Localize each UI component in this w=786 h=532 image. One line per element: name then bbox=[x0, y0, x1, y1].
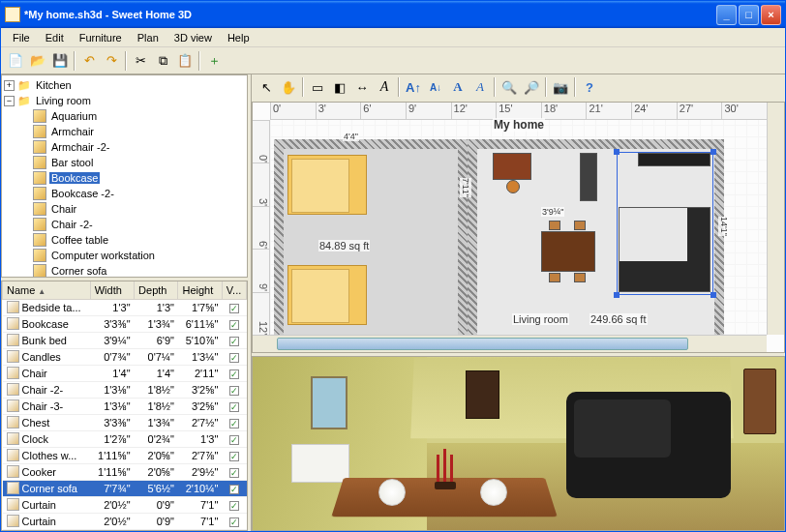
menu-help[interactable]: Help bbox=[220, 30, 257, 45]
cell-visible[interactable]: ✓ bbox=[222, 349, 246, 366]
checkbox-icon[interactable]: ✓ bbox=[229, 468, 239, 478]
table-row[interactable]: Corner sofa7'7¾"5'6½"2'10¼"✓ bbox=[3, 481, 247, 497]
pan-tool[interactable]: ✋ bbox=[278, 76, 299, 98]
plan-scrollbar-h[interactable] bbox=[253, 335, 767, 352]
tree-item[interactable]: Chair bbox=[4, 201, 245, 217]
select-tool[interactable]: ↖ bbox=[256, 76, 277, 98]
selection-handle[interactable] bbox=[614, 149, 620, 155]
bed-1[interactable] bbox=[287, 155, 367, 215]
help-button[interactable]: ? bbox=[579, 76, 600, 98]
col-name[interactable]: Name▲ bbox=[3, 281, 91, 299]
tree-item[interactable]: Armchair -2- bbox=[4, 139, 245, 155]
table-row[interactable]: Curtain2'0½"0'9"7'1"✓ bbox=[3, 497, 247, 514]
chair-s1[interactable] bbox=[549, 273, 560, 282]
cell-visible[interactable]: ✓ bbox=[222, 431, 246, 448]
table-row[interactable]: Chair -3-1'3⅛"1'8½"3'2⅝"✓ bbox=[3, 399, 247, 415]
checkbox-icon[interactable]: ✓ bbox=[229, 419, 239, 429]
desk[interactable] bbox=[493, 153, 531, 180]
cell-visible[interactable]: ✓ bbox=[222, 514, 246, 530]
tree-item[interactable]: Armchair bbox=[4, 124, 245, 139]
col-height[interactable]: Height bbox=[178, 281, 222, 299]
selection-handle[interactable] bbox=[614, 292, 620, 298]
3d-view[interactable] bbox=[252, 356, 785, 531]
plan-scrollbar-v[interactable] bbox=[767, 103, 784, 335]
checkbox-icon[interactable]: ✓ bbox=[229, 369, 239, 379]
tree-item[interactable]: Coffee table bbox=[4, 232, 245, 248]
table-row[interactable]: Chest3'3⅜"1'3¾"2'7½"✓ bbox=[3, 415, 247, 431]
create-dimensions-tool[interactable]: ↔ bbox=[351, 76, 373, 98]
table-row[interactable]: Clock1'2⅞"0'2¾"1'3"✓ bbox=[3, 431, 247, 448]
checkbox-icon[interactable]: ✓ bbox=[229, 353, 239, 363]
text-italic-button[interactable]: A bbox=[469, 76, 491, 98]
tree-item[interactable]: Chair -2- bbox=[4, 217, 245, 232]
checkbox-icon[interactable]: ✓ bbox=[229, 452, 239, 461]
zoom-out-button[interactable]: 🔎 bbox=[521, 76, 542, 98]
checkbox-icon[interactable]: ✓ bbox=[229, 485, 239, 494]
tree-item[interactable]: Bar stool bbox=[4, 155, 245, 170]
close-button[interactable]: × bbox=[761, 5, 781, 25]
photo-button[interactable]: 📷 bbox=[550, 76, 571, 98]
menu-furniture[interactable]: Furniture bbox=[72, 30, 130, 45]
tree-item[interactable]: Bookcase bbox=[4, 170, 245, 186]
copy-button[interactable]: ⧉ bbox=[152, 50, 173, 72]
cell-visible[interactable]: ✓ bbox=[222, 316, 246, 333]
paste-button[interactable]: 📋 bbox=[174, 50, 196, 72]
cell-visible[interactable]: ✓ bbox=[222, 415, 246, 431]
tree-item[interactable]: Aquarium bbox=[4, 108, 245, 124]
text-bigger-button[interactable]: A↑ bbox=[403, 76, 424, 98]
cell-visible[interactable]: ✓ bbox=[222, 333, 246, 349]
tree-category[interactable]: +📁Kitchen bbox=[4, 77, 245, 93]
maximize-button[interactable]: □ bbox=[739, 5, 759, 25]
table-row[interactable]: Curtain2'0½"0'9"7'1"✓ bbox=[3, 514, 247, 530]
furniture-catalog-tree[interactable]: +📁Kitchen−📁Living roomAquariumArmchairAr… bbox=[1, 74, 248, 278]
checkbox-icon[interactable]: ✓ bbox=[229, 501, 239, 511]
minimize-button[interactable]: _ bbox=[716, 5, 737, 25]
col-depth[interactable]: Depth bbox=[135, 281, 178, 299]
table-row[interactable]: Bookcase3'3⅜"1'3¾"6'11⅛"✓ bbox=[3, 316, 247, 333]
tree-item[interactable]: Corner sofa bbox=[4, 263, 245, 278]
plan-canvas[interactable]: My home bbox=[270, 120, 767, 335]
table-row[interactable]: Bunk bed3'9¼"6'9"5'10⅞"✓ bbox=[3, 333, 247, 349]
scrollbar-thumb[interactable] bbox=[277, 338, 688, 350]
selection-handle[interactable] bbox=[710, 292, 716, 298]
new-button[interactable]: 📄 bbox=[5, 50, 26, 72]
table-row[interactable]: Bedside ta...1'3"1'3"1'7⅝"✓ bbox=[3, 299, 247, 316]
desk-chair[interactable] bbox=[506, 180, 520, 193]
cell-visible[interactable]: ✓ bbox=[222, 448, 246, 464]
tree-item[interactable]: Bookcase -2- bbox=[4, 186, 245, 201]
tree-item[interactable]: Computer workstation bbox=[4, 248, 245, 263]
checkbox-icon[interactable]: ✓ bbox=[229, 402, 239, 412]
checkbox-icon[interactable]: ✓ bbox=[229, 386, 239, 396]
tree-toggle-icon[interactable]: + bbox=[4, 80, 15, 91]
menu-edit[interactable]: Edit bbox=[38, 30, 72, 45]
create-text-tool[interactable]: A bbox=[374, 76, 395, 98]
cut-button[interactable]: ✂ bbox=[130, 50, 151, 72]
checkbox-icon[interactable]: ✓ bbox=[229, 337, 239, 346]
redo-button[interactable]: ↷ bbox=[101, 50, 122, 72]
menu-plan[interactable]: Plan bbox=[130, 30, 166, 45]
cell-visible[interactable]: ✓ bbox=[222, 464, 246, 481]
text-smaller-button[interactable]: A↓ bbox=[425, 76, 446, 98]
selection-handle[interactable] bbox=[710, 149, 716, 155]
chair-n1[interactable] bbox=[549, 221, 560, 230]
col-visible[interactable]: V... bbox=[222, 281, 246, 299]
checkbox-icon[interactable]: ✓ bbox=[229, 320, 239, 330]
bed-2[interactable] bbox=[287, 265, 367, 325]
save-button[interactable]: 💾 bbox=[49, 50, 71, 72]
chair-s2[interactable] bbox=[574, 273, 586, 282]
add-furniture-button[interactable]: ＋ bbox=[203, 50, 225, 72]
table-row[interactable]: Chair -2-1'3⅛"1'8½"3'2⅝"✓ bbox=[3, 382, 247, 399]
tree-toggle-icon[interactable]: − bbox=[4, 96, 15, 106]
furniture-list[interactable]: Name▲ Width Depth Height V... Bedside ta… bbox=[1, 281, 248, 531]
create-walls-tool[interactable]: ▭ bbox=[307, 76, 328, 98]
cell-visible[interactable]: ✓ bbox=[222, 299, 246, 316]
menu-3dview[interactable]: 3D view bbox=[166, 30, 220, 45]
cell-visible[interactable]: ✓ bbox=[222, 497, 246, 514]
zoom-in-button[interactable]: 🔍 bbox=[499, 76, 520, 98]
create-rooms-tool[interactable]: ◧ bbox=[329, 76, 350, 98]
text-bold-button[interactable]: A bbox=[447, 76, 469, 98]
cell-visible[interactable]: ✓ bbox=[222, 366, 246, 382]
cell-visible[interactable]: ✓ bbox=[222, 382, 246, 399]
plan-view[interactable]: 0'3'6'9'12'15'18'21'24'27'30' 0'3'6'9'12… bbox=[252, 102, 785, 353]
table-row[interactable]: Cooker1'11⅝"2'0⅝"2'9½"✓ bbox=[3, 464, 247, 481]
